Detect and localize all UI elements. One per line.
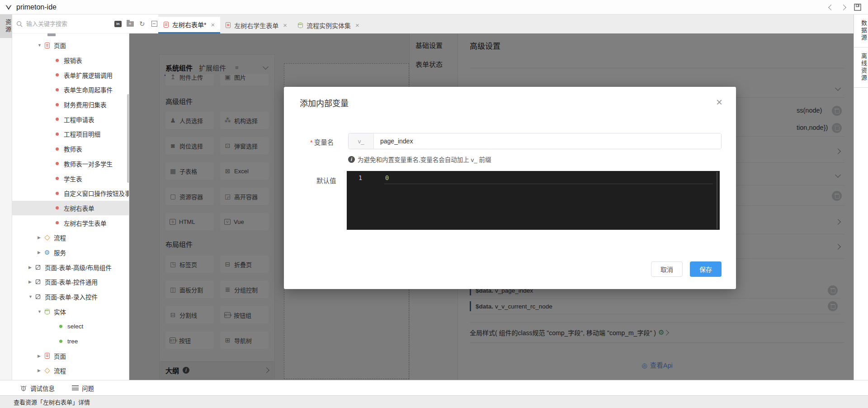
tree-item-label: 教师表一对多学生 [64,159,113,168]
datasource-strip-tab[interactable]: 数据源 [854,14,868,47]
tree-item[interactable]: ▶页面-表单-控件通用 [12,275,129,289]
status-text: 查看资源「左树右表单」详情 [14,398,90,406]
package-cube-icon [35,294,41,299]
tree-item[interactable]: tree [12,334,129,349]
tree-item[interactable]: ▶页面-表单-高级/布局组件 [12,260,129,275]
close-dialog-icon[interactable]: × [716,97,722,108]
tree-item[interactable]: 表单生命周起事件 [12,82,129,97]
expander-closed-icon[interactable]: ▶ [38,354,44,358]
tree-item[interactable]: ▼页面 [12,38,129,53]
expander-closed-icon[interactable]: ▶ [28,265,35,270]
tab-label: 左树右学生表单 [234,21,278,30]
history-forward-icon[interactable] [840,5,846,10]
resource-tree-panel: ▼页面报销表表单扩展逻辑调用表单生命周起事件财务费用归集表工程申请表工程项目明细… [12,33,129,380]
tree-item-label: 页面 [54,351,66,361]
editor-tab-bar: 左树右表单* × 左树右学生表单 × 流程实例实体集 × [158,14,854,33]
add-internal-variable-dialog: 添加内部变量 × *变量名 v_ i 为避免和内置变量重名,变量名会自动加上 v… [284,87,736,289]
save-button[interactable]: 保存 [690,261,722,277]
tab-process-entity-set[interactable]: 流程实例实体集 × [292,17,365,33]
expander-open-icon[interactable]: ▼ [28,294,35,299]
page-leaf-icon [54,133,60,136]
problems-list-icon [72,385,79,390]
tree-item-label: 服务 [54,248,66,257]
default-value-label: 默认值 [316,176,336,185]
page-leaf-icon [54,73,60,76]
tab-left-tree-form[interactable]: 左树右表单* × [158,17,220,33]
default-value-code-editor[interactable]: 1 0 [347,171,720,230]
tree-item[interactable]: ▶流程 [12,363,129,378]
close-tab-icon[interactable]: × [355,21,359,29]
expander-open-icon[interactable]: ▼ [38,309,44,314]
tree-item-label: 流程 [54,366,66,375]
tree-item[interactable]: 财务费用归集表 [12,97,129,112]
entity-icon [298,23,303,28]
tree-item[interactable]: 学生表 [12,171,129,186]
flow-icon [44,236,50,240]
cancel-button[interactable]: 取消 [651,261,683,277]
close-tab-icon[interactable]: × [283,21,287,29]
tree-item[interactable]: ▶页面 [12,348,129,363]
expander-closed-icon[interactable]: ▶ [38,368,44,373]
collapse-all-icon[interactable] [150,20,158,28]
form-icon [164,22,169,28]
package-cube-icon [35,280,41,284]
tree-item[interactable]: 工程项目明细 [12,127,129,142]
tree-item[interactable]: 左树右表单 [12,201,129,216]
tree-item[interactable]: ▶流程 [12,230,129,245]
offline-resource-strip-tab[interactable]: 离线资源 [854,47,868,88]
tree-item-label: select [67,323,83,330]
page-leaf-icon [54,177,60,180]
tree-item[interactable]: select [12,319,129,334]
debug-icon [20,384,27,392]
expander-closed-icon[interactable]: ▶ [28,280,35,284]
variable-name-hint: i 为避免和内置变量重名,变量名会自动加上 v_ 前缀 [348,155,491,164]
variable-name-field: v_ [348,133,722,149]
tree-item-label: 工程项目明细 [64,129,100,138]
tree-item[interactable]: 报销表 [12,53,129,68]
status-bar: 查看资源「左树右表单」详情 [0,395,868,408]
tab-left-tree-student-form[interactable]: 左树右学生表单 × [220,17,292,33]
tree-item[interactable]: ▶⚙服务 [12,245,129,260]
new-folder-icon[interactable]: + [126,20,134,28]
tree-item-label: 实体 [54,307,66,316]
tree-item-label: 左树右学生表单 [64,218,107,228]
page-leaf-icon [54,221,60,224]
dialog-title: 添加内部变量 [300,97,349,109]
debug-info-label: 调试信息 [30,384,55,393]
tree-item[interactable]: 自定义窗口操作按钮及事件 [12,186,129,201]
clipped-tree-item [47,33,56,36]
expander-closed-icon[interactable]: ▶ [38,235,44,240]
page-leaf-icon [54,118,60,121]
tree-item[interactable]: ▼页面-表单-录入控件 [12,289,129,304]
save-icon[interactable] [854,3,862,11]
tree-item[interactable]: ▼实体 [12,304,129,319]
close-tab-icon[interactable]: × [211,21,215,28]
refresh-icon[interactable]: ↻ [138,20,146,28]
tree-item[interactable]: 左树右学生表单 [12,215,129,230]
tree-item[interactable]: 工程申请表 [12,112,129,127]
tree-item[interactable]: 教师表一对多学生 [12,157,129,171]
entity-leaf-icon [57,340,64,343]
tab-label: 左树右表单* [172,20,206,29]
expander-closed-icon[interactable]: ▶ [38,250,44,255]
resources-strip-tab[interactable]: 资源 [0,14,12,38]
problems-toggle[interactable]: 问题 [72,384,94,393]
debug-info-toggle[interactable]: 调试信息 [20,384,55,393]
search-input[interactable] [26,20,94,27]
variable-name-input[interactable] [374,133,721,149]
line-number: 1 [359,174,362,181]
expander-open-icon[interactable]: ▼ [38,43,44,47]
page-icon [44,43,50,48]
variable-name-label: *变量名 [310,137,334,147]
history-back-icon[interactable] [828,5,834,10]
app-logo-icon [5,3,13,11]
page-leaf-icon [54,192,60,195]
tree-item-label: tree [67,338,78,345]
tree-item-label: 左树右表单 [64,204,94,213]
editor-scrollbar[interactable] [717,172,717,229]
tree-item-label: 教师表 [64,144,82,153]
import-resource-icon[interactable]: in [114,20,122,28]
page-leaf-icon [54,88,60,91]
tree-item[interactable]: 教师表 [12,142,129,157]
tree-item[interactable]: 表单扩展逻辑调用 [12,67,129,82]
